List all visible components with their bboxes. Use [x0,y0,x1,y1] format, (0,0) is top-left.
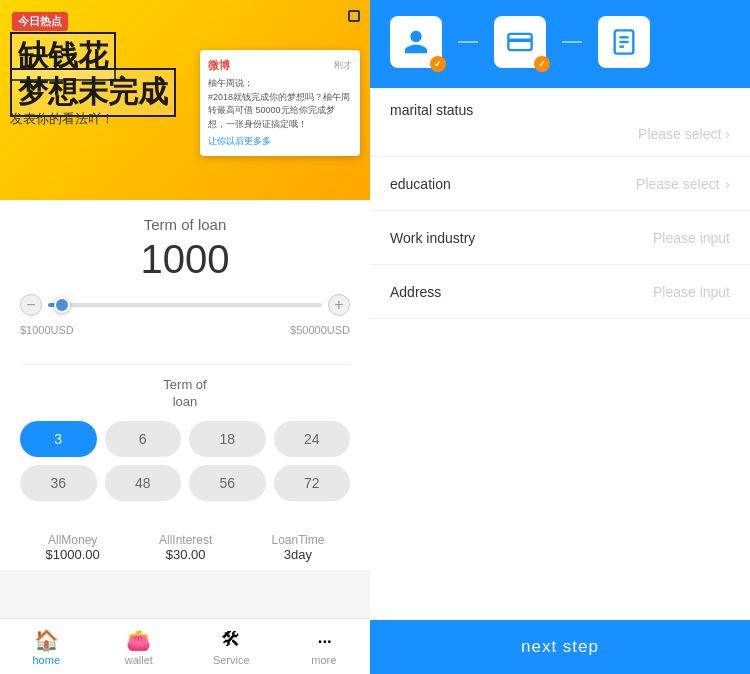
svg-rect-1 [508,39,531,43]
banner-square-icon [348,10,360,22]
more-icon: ··· [312,628,336,652]
stat-all-interest-label: AllInterest [159,533,212,547]
progress-header: ✓ ✓ [370,0,750,88]
loan-section: Term of loan 1000 − + $1000USD $50000USD [0,200,370,364]
education-label: education [390,176,510,192]
form-row-marital-status: marital status Please select › [370,88,750,157]
stat-loan-time-value: 3day [271,547,324,562]
term-of-loan-label: Term ofloan [20,377,350,411]
loan-amount: 1000 [20,237,350,282]
stat-loan-time: LoanTime 3day [271,533,324,562]
slider-min-label: $1000USD [20,324,74,336]
marital-status-placeholder: Please select [638,126,721,142]
work-industry-placeholder: Please input [510,230,730,246]
slider-decrease-button[interactable]: − [20,294,42,316]
form-body: marital status Please select › education… [370,88,750,620]
marital-status-label: marital status [390,102,473,118]
nav-wallet[interactable]: 👛 wallet [93,619,186,674]
bottom-nav: 🏠 home 👛 wallet 🛠 Service ··· more [0,618,370,674]
education-placeholder: Please select [510,176,719,192]
progress-connector-2 [562,41,582,43]
term-btn-3[interactable]: 3 [20,421,97,457]
stat-loan-time-label: LoanTime [271,533,324,547]
service-icon: 🛠 [219,628,243,652]
stat-all-interest: AllInterest $30.00 [159,533,212,562]
address-label: Address [390,284,510,300]
nav-more-label: more [311,654,336,666]
stat-all-money-value: $1000.00 [46,547,100,562]
stat-all-money-label: AllMoney [46,533,100,547]
banner: 今日热点 缺钱花 梦想未完成 发表你的看法吖！ 微博 刚才 柚午周说： #201… [0,0,370,200]
progress-icon-card: ✓ [494,16,546,68]
term-btn-18[interactable]: 18 [189,421,266,457]
banner-subtitle: 发表你的看法吖！ [10,110,114,128]
banner-tag: 今日热点 [12,12,68,31]
wallet-icon: 👛 [127,628,151,652]
stat-all-interest-value: $30.00 [159,547,212,562]
term-btn-24[interactable]: 24 [274,421,351,457]
card-content: #2018就钱完成你的梦想吗？柚午周转最高可借 50000元给你完成梦想，一张身… [208,91,352,132]
slider-thumb[interactable] [54,297,70,313]
banner-card: 微博 刚才 柚午周说： #2018就钱完成你的梦想吗？柚午周转最高可借 5000… [200,50,360,156]
address-placeholder: Please input [510,284,730,300]
term-btn-48[interactable]: 48 [105,465,182,501]
progress-connector-1 [458,41,478,43]
form-spacer [370,319,750,479]
nav-wallet-label: wallet [125,654,153,666]
slider-max-label: $50000USD [290,324,350,336]
person-check-badge: ✓ [430,56,446,72]
left-panel: 今日热点 缺钱花 梦想未完成 发表你的看法吖！ 微博 刚才 柚午周说： #201… [0,0,370,674]
home-icon: 🏠 [34,628,58,652]
term-section: Term ofloan 3 6 18 24 36 48 56 72 [0,364,370,525]
marital-status-value-row[interactable]: Please select › [390,126,730,142]
card-link[interactable]: 让你以后更多多 [208,135,352,148]
progress-icon-form [598,16,650,68]
nav-home[interactable]: 🏠 home [0,619,93,674]
progress-icon-person: ✓ [390,16,442,68]
form-row-work-industry[interactable]: Work industry Please input [370,211,750,265]
slider-labels: $1000USD $50000USD [20,324,350,336]
term-btn-56[interactable]: 56 [189,465,266,501]
right-panel: ✓ ✓ marital status Please select › educa… [370,0,750,674]
term-divider [20,364,350,365]
nav-more[interactable]: ··· more [278,619,371,674]
stat-all-money: AllMoney $1000.00 [46,533,100,562]
card-brand: 微博 [208,58,230,73]
loan-title: Term of loan [20,216,350,233]
education-arrow-icon: › [725,176,730,192]
stats-row: AllMoney $1000.00 AllInterest $30.00 Loa… [0,525,370,570]
work-industry-label: Work industry [390,230,510,246]
card-check-badge: ✓ [534,56,550,72]
card-username: 柚午周说： [208,77,352,91]
slider-container: − + [20,294,350,316]
nav-service[interactable]: 🛠 Service [185,619,278,674]
nav-service-label: Service [213,654,250,666]
slider-increase-button[interactable]: + [328,294,350,316]
nav-home-label: home [32,654,60,666]
form-row-education[interactable]: education Please select › [370,157,750,211]
term-grid: 3 6 18 24 36 48 56 72 [20,421,350,501]
form-row-address[interactable]: Address Please input [370,265,750,319]
slider-track[interactable] [48,303,322,307]
term-btn-72[interactable]: 72 [274,465,351,501]
marital-status-arrow-icon: › [725,126,730,142]
term-btn-36[interactable]: 36 [20,465,97,501]
card-time: 刚才 [334,59,352,72]
next-step-button[interactable]: next step [370,620,750,674]
term-btn-6[interactable]: 6 [105,421,182,457]
